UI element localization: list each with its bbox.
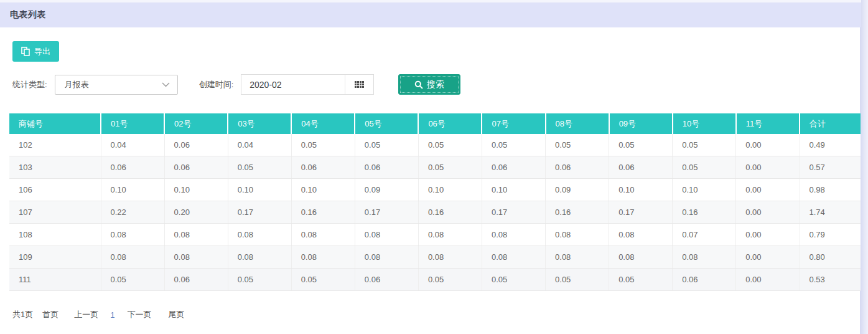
table-cell: 0.57 — [800, 156, 861, 179]
table-cell: 0.05 — [609, 269, 673, 291]
table-cell: 0.08 — [609, 246, 673, 269]
table-cell: 0.07 — [673, 224, 736, 246]
page-title: 电表列表 — [10, 9, 46, 21]
table-cell: 0.04 — [228, 134, 291, 156]
table-cell: 0.05 — [228, 269, 291, 291]
table-cell: 111 — [9, 269, 101, 291]
column-header: 10号 — [673, 113, 736, 134]
pagination-next[interactable]: 下一页 — [127, 309, 151, 320]
table-cell: 0.09 — [546, 179, 609, 201]
export-button-label: 导出 — [34, 46, 50, 57]
table-row: 1090.080.080.080.080.080.080.080.080.080… — [9, 246, 861, 269]
column-header: 05号 — [355, 113, 418, 134]
table-cell: 102 — [9, 134, 101, 156]
table-cell: 0.10 — [609, 179, 673, 201]
table-row: 1070.220.200.170.160.170.160.170.160.170… — [9, 201, 861, 224]
table-cell: 0.08 — [164, 224, 228, 246]
table-cell: 0.08 — [101, 224, 164, 246]
table-cell: 0.79 — [800, 224, 861, 246]
meter-table: 商铺号01号02号03号04号05号06号07号08号09号10号11号合计 1… — [9, 113, 861, 291]
stat-type-selected-value: 月报表 — [65, 79, 89, 90]
calendar-grid-icon — [355, 81, 364, 88]
chevron-down-icon — [162, 82, 170, 87]
table-cell: 0.06 — [101, 156, 164, 179]
table-cell: 0.06 — [355, 269, 418, 291]
table-cell: 0.10 — [291, 179, 355, 201]
table-cell: 0.53 — [800, 269, 861, 291]
table-cell: 0.08 — [291, 224, 355, 246]
table-cell: 0.00 — [736, 201, 800, 224]
stat-type-label: 统计类型: — [12, 79, 47, 90]
table-cell: 0.06 — [164, 156, 228, 179]
column-header: 04号 — [291, 113, 355, 134]
table-cell: 107 — [9, 201, 101, 224]
pagination-page-1[interactable]: 1 — [110, 310, 114, 320]
search-button[interactable]: 搜索 — [398, 74, 460, 95]
stat-type-select[interactable]: 月报表 — [55, 75, 178, 95]
table-cell: 0.08 — [546, 224, 609, 246]
table-cell: 0.00 — [736, 224, 800, 246]
table-cell: 0.10 — [228, 179, 291, 201]
magnifier-icon — [414, 80, 423, 89]
table-cell: 0.08 — [418, 246, 482, 269]
table-cell: 0.06 — [291, 156, 355, 179]
table-cell: 0.08 — [482, 224, 545, 246]
table-cell: 109 — [9, 246, 101, 269]
table-cell: 0.17 — [609, 201, 673, 224]
table-body: 1020.040.060.040.050.050.050.050.050.050… — [9, 134, 861, 291]
table-cell: 0.16 — [546, 201, 609, 224]
table-cell: 0.05 — [291, 269, 355, 291]
pagination-prev[interactable]: 上一页 — [74, 309, 98, 320]
table-cell: 0.05 — [418, 156, 482, 179]
table-cell: 0.06 — [673, 269, 736, 291]
table-cell: 0.22 — [101, 201, 164, 224]
table-cell: 0.05 — [291, 134, 355, 156]
table-cell: 0.05 — [673, 134, 736, 156]
table-cell: 0.08 — [228, 246, 291, 269]
table-cell: 0.00 — [736, 156, 800, 179]
table-cell: 0.05 — [546, 269, 609, 291]
table-cell: 0.08 — [418, 224, 482, 246]
column-header: 07号 — [482, 113, 545, 134]
table-cell: 0.17 — [228, 201, 291, 224]
create-time-input[interactable] — [241, 75, 345, 94]
column-header: 06号 — [418, 113, 482, 134]
page-background-strip — [860, 0, 868, 334]
table-header-row: 商铺号01号02号03号04号05号06号07号08号09号10号11号合计 — [9, 113, 861, 134]
table-cell: 0.05 — [418, 134, 482, 156]
column-header: 03号 — [228, 113, 291, 134]
table-cell: 0.08 — [673, 246, 736, 269]
table-cell: 0.05 — [482, 134, 545, 156]
panel-header: 电表列表 — [0, 2, 861, 27]
table-cell: 1.74 — [800, 201, 861, 224]
pagination-last[interactable]: 尾页 — [168, 309, 184, 320]
table-cell: 0.06 — [546, 156, 609, 179]
table-cell: 0.98 — [800, 179, 861, 201]
table-cell: 0.08 — [101, 246, 164, 269]
table-cell: 0.05 — [355, 134, 418, 156]
table-cell: 0.20 — [164, 201, 228, 224]
table-cell: 0.05 — [673, 156, 736, 179]
table-cell: 0.00 — [736, 269, 800, 291]
table-cell: 0.16 — [291, 201, 355, 224]
column-header: 11号 — [736, 113, 800, 134]
search-button-label: 搜索 — [427, 79, 444, 90]
table-cell: 106 — [9, 179, 101, 201]
filter-row: 统计类型: 月报表 创建时间: — [12, 74, 374, 95]
table-cell: 0.08 — [546, 246, 609, 269]
date-picker-button[interactable] — [345, 75, 373, 94]
table-row: 1020.040.060.040.050.050.050.050.050.050… — [9, 134, 861, 156]
table-cell: 0.16 — [418, 201, 482, 224]
table-cell: 0.06 — [355, 156, 418, 179]
pagination-first[interactable]: 首页 — [42, 309, 58, 320]
table-cell: 0.10 — [482, 179, 545, 201]
table-row: 1030.060.060.050.060.060.050.060.060.060… — [9, 156, 861, 179]
table-cell: 0.10 — [673, 179, 736, 201]
column-header: 02号 — [164, 113, 228, 134]
table-cell: 0.05 — [228, 156, 291, 179]
table-cell: 0.10 — [101, 179, 164, 201]
column-header: 合计 — [800, 113, 861, 134]
export-button[interactable]: 导出 — [12, 41, 59, 62]
column-header: 01号 — [101, 113, 164, 134]
pagination: 共1页 首页 上一页 1 下一页 尾页 — [12, 308, 184, 322]
